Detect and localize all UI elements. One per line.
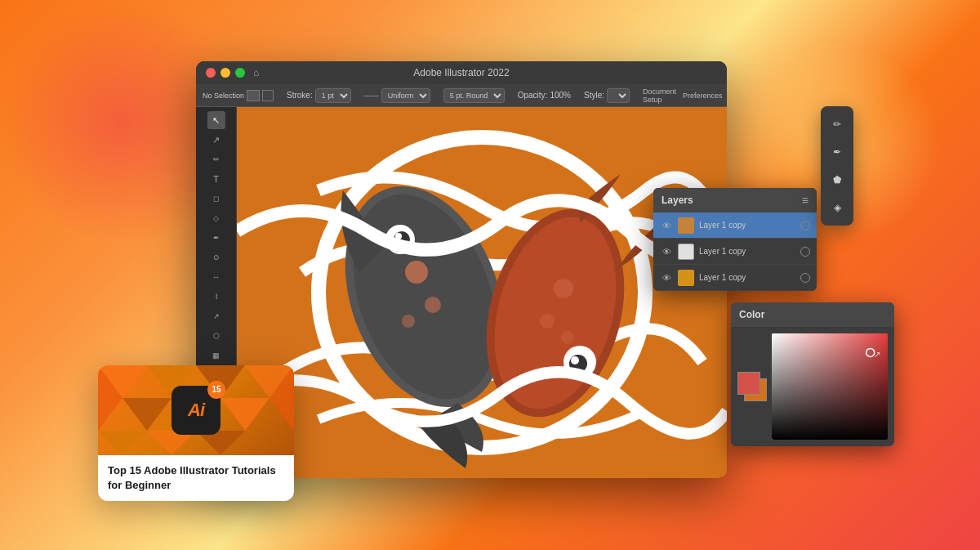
- svg-point-4: [405, 261, 428, 284]
- color-swatch-stack[interactable]: [737, 372, 767, 401]
- layer-name-1: Layer 1 copy: [699, 221, 795, 230]
- selection-swatch[interactable]: [247, 90, 260, 101]
- layer-item-1[interactable]: 👁 Layer 1 copy: [653, 212, 817, 239]
- svg-marker-28: [220, 398, 270, 431]
- tool-shape[interactable]: ◇: [207, 209, 225, 227]
- layer-visibility-circle-1[interactable]: [800, 221, 810, 230]
- tool-paintbucket[interactable]: ⌇: [207, 288, 225, 306]
- layer-thumb-3: [678, 270, 694, 286]
- canvas-area[interactable]: [237, 107, 727, 478]
- tool-blend[interactable]: ⬡: [207, 327, 225, 345]
- layer-thumb-1: [678, 217, 694, 234]
- layers-menu-icon[interactable]: ≡: [802, 194, 808, 207]
- uniform-select[interactable]: Uniform: [381, 88, 430, 103]
- rt-btn-pen[interactable]: ✏: [826, 113, 849, 136]
- svg-point-12: [554, 279, 573, 298]
- svg-point-13: [540, 314, 555, 329]
- color-panel: Color: [731, 302, 894, 446]
- ai-logo-container: Ai 15: [172, 386, 220, 435]
- tool-pencil[interactable]: ✒: [207, 229, 225, 247]
- brush-icon: ✒: [833, 146, 841, 158]
- stroke-value-select[interactable]: 1 pt: [315, 88, 351, 103]
- thumbnail-card: Ai 15 Top 15 Adobe Illustrator Tutorials…: [98, 365, 294, 501]
- style-item: Style:: [584, 88, 630, 103]
- style-label: Style:: [584, 91, 604, 100]
- svg-point-6: [402, 315, 415, 328]
- svg-point-5: [425, 297, 441, 313]
- layer-item-2[interactable]: 👁 Layer 1 copy: [653, 239, 817, 265]
- color-swatches-row: ↗: [731, 327, 894, 446]
- preferences-btn[interactable]: Preferences: [683, 92, 723, 100]
- toolbar-selection: No Selection: [203, 90, 274, 101]
- no-selection-label: No Selection: [203, 92, 244, 100]
- color-panel-title: Color: [739, 309, 764, 320]
- badge-count: 15: [207, 381, 225, 399]
- layer-name-2: Layer 1 copy: [699, 247, 795, 256]
- gradient-field[interactable]: ↗: [772, 333, 888, 440]
- tool-select[interactable]: ↖: [207, 111, 225, 129]
- tool-direct-select[interactable]: ↗: [207, 131, 225, 149]
- tool-rectangle[interactable]: ◻: [207, 190, 225, 208]
- layer-eye-3[interactable]: 👁: [660, 271, 673, 284]
- eraser-icon: ⬟: [833, 174, 841, 186]
- pen-icon: ✏: [833, 118, 841, 130]
- svg-rect-19: [772, 333, 888, 440]
- layer-name-3: Layer 1 copy: [699, 273, 795, 282]
- opacity-value: 100%: [550, 91, 571, 100]
- rt-btn-brush[interactable]: ✒: [826, 141, 849, 163]
- stroke-item: Stroke: 1 pt: [287, 88, 351, 103]
- thumb-image: Ai 15: [98, 365, 294, 455]
- tool-pen[interactable]: ✏: [207, 150, 225, 168]
- brush-item: 5 pt. Round: [443, 88, 505, 103]
- opacity-item: Opacity: 100%: [518, 91, 571, 100]
- opacity-label: Opacity:: [518, 91, 548, 100]
- layer-item-3[interactable]: 👁 Layer 1 copy: [653, 265, 817, 291]
- svg-point-14: [561, 331, 574, 344]
- close-button[interactable]: [206, 68, 216, 78]
- tool-eyedropper[interactable]: ↗: [207, 307, 225, 325]
- fill-icon: ◈: [834, 202, 841, 213]
- style-select[interactable]: [607, 88, 630, 103]
- layer-thumb-2: [678, 244, 694, 260]
- rt-btn-eraser[interactable]: ⬟: [826, 168, 849, 191]
- color-swatch-fg[interactable]: [737, 372, 760, 395]
- home-icon[interactable]: ⌂: [253, 67, 259, 78]
- artwork-container: [237, 107, 727, 478]
- ai-logo-text: Ai: [188, 400, 204, 421]
- dash-icon: ——: [364, 92, 379, 100]
- svg-marker-26: [122, 398, 172, 431]
- tool-type[interactable]: T: [207, 170, 225, 188]
- right-floating-toolbar: ✏ ✒ ⬟ ◈: [821, 106, 853, 226]
- window-titlebar: ⌂ Adobe Illustrator 2022: [196, 61, 727, 84]
- window-title: Adobe Illustrator 2022: [413, 67, 509, 78]
- layer-eye-2[interactable]: 👁: [660, 245, 673, 258]
- tool-chart[interactable]: ▦: [207, 347, 225, 364]
- artwork-svg: [237, 107, 727, 478]
- uniform-item: —— Uniform: [364, 88, 430, 103]
- stroke-label: Stroke:: [287, 91, 313, 100]
- svg-marker-29: [98, 431, 147, 455]
- minimize-button[interactable]: [220, 68, 230, 78]
- traffic-lights: [206, 68, 245, 78]
- layers-panel-title: Layers: [662, 195, 693, 206]
- svg-point-17: [571, 356, 579, 364]
- layer-visibility-circle-3[interactable]: [800, 273, 810, 283]
- layer-visibility-circle-2[interactable]: [800, 247, 810, 257]
- tool-scale[interactable]: ↔: [207, 268, 225, 286]
- layers-panel: Layers ≡ 👁 Layer 1 copy 👁 Layer 1 copy 👁…: [653, 188, 817, 291]
- layer-eye-1[interactable]: 👁: [660, 219, 673, 232]
- ai-toolbar: No Selection Stroke: 1 pt —— Uniform 5 p…: [196, 84, 727, 107]
- brush-select[interactable]: 5 pt. Round: [443, 88, 505, 103]
- thumb-title: Top 15 Adobe Illustrator Tutorials for B…: [98, 455, 294, 501]
- layers-panel-header: Layers ≡: [653, 188, 817, 212]
- color-gradient-field[interactable]: ↗: [772, 333, 888, 440]
- fullscreen-button[interactable]: [235, 68, 245, 78]
- selection-swatch2[interactable]: [262, 90, 274, 101]
- svg-text:↗: ↗: [874, 350, 880, 359]
- rt-btn-fill[interactable]: ◈: [826, 196, 849, 219]
- document-setup-btn[interactable]: Document Setup: [643, 87, 676, 104]
- tool-rotate[interactable]: ⊙: [207, 248, 225, 266]
- color-panel-header: Color: [731, 302, 894, 327]
